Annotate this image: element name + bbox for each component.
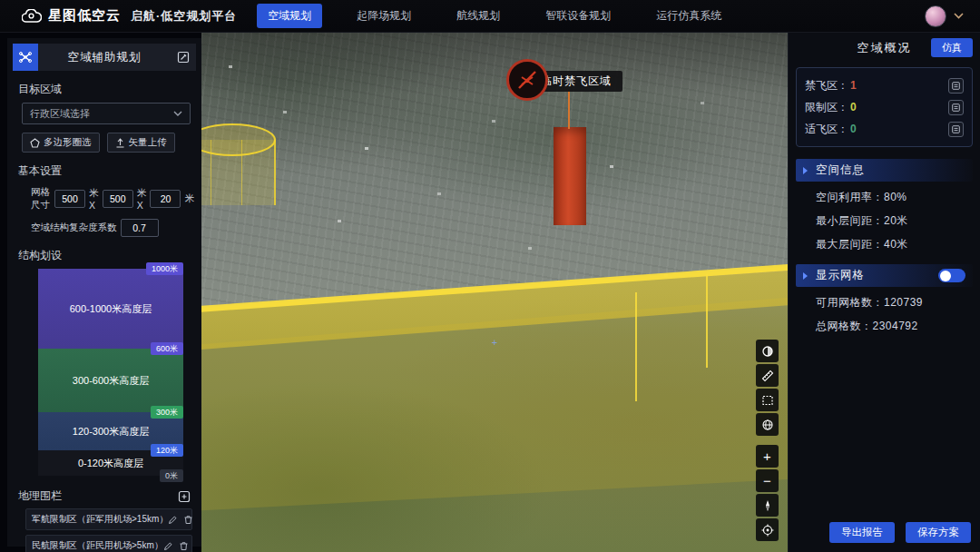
measure-ruler-icon[interactable] bbox=[756, 364, 779, 387]
height-badge: 0米 bbox=[160, 469, 183, 482]
target-area-label: 目标区域 bbox=[18, 82, 191, 97]
delete-icon[interactable] bbox=[179, 541, 189, 551]
zone-label: 适飞区： bbox=[805, 122, 848, 137]
grid-unit: 米 bbox=[184, 192, 194, 205]
grid-unit: 米 X bbox=[137, 187, 147, 211]
export-report-button[interactable]: 导出报告 bbox=[829, 522, 895, 543]
zone-detail-icon[interactable] bbox=[948, 122, 964, 137]
height-badge: 120米 bbox=[151, 444, 183, 457]
selection-buttons: 多边形圈选 矢量上传 bbox=[22, 133, 191, 153]
geofence-header: 地理围栏 bbox=[18, 488, 191, 504]
tab-airspace-planning[interactable]: 空域规划 bbox=[257, 4, 322, 28]
chevron-down-icon[interactable] bbox=[954, 13, 964, 19]
map-center-marker: + bbox=[492, 337, 497, 348]
stat-utilization: 空间利用率：80% bbox=[816, 190, 980, 205]
tab-device-planning[interactable]: 智联设备规划 bbox=[534, 4, 622, 28]
stat-total-grids: 总网格数：2304792 bbox=[816, 319, 980, 334]
section-arrow-icon bbox=[801, 166, 810, 175]
no-drone-icon[interactable] bbox=[506, 59, 548, 101]
space-info-section: 空间信息 bbox=[796, 159, 973, 182]
zone-detail-icon[interactable] bbox=[948, 100, 964, 115]
map-buildings bbox=[229, 65, 232, 68]
section-title: 空间信息 bbox=[816, 163, 865, 178]
map-toolbar: + − bbox=[756, 340, 779, 541]
complexity-input[interactable] bbox=[121, 219, 159, 237]
tab-simulation-system[interactable]: 运行仿真系统 bbox=[645, 4, 732, 28]
chevron-down-icon bbox=[173, 111, 182, 116]
edit-icon[interactable] bbox=[163, 541, 173, 551]
boundary-post bbox=[706, 274, 708, 368]
right-panel: 空域概况 仿真 禁飞区： 1 限制区： 0 适飞区： 0 空间信息 bbox=[788, 33, 980, 552]
zoom-out-button[interactable]: − bbox=[756, 469, 779, 492]
save-plan-button[interactable]: 保存方案 bbox=[906, 522, 971, 543]
region-select[interactable]: 行政区域选择 bbox=[22, 103, 191, 124]
complexity-label: 空域结构复杂度系数 bbox=[31, 222, 117, 234]
delete-icon[interactable] bbox=[183, 515, 193, 525]
restricted-zone-row: 限制区： 0 bbox=[805, 96, 964, 118]
section-title: 显示网格 bbox=[816, 268, 865, 283]
nofly-zone-pillar[interactable] bbox=[554, 127, 586, 225]
edit-plan-icon[interactable] bbox=[171, 51, 196, 64]
brand-block: 星图低空云 启航·低空规划平台 bbox=[0, 7, 250, 25]
polygon-select-button[interactable]: 多边形圈选 bbox=[22, 133, 100, 153]
zone-value: 1 bbox=[850, 79, 857, 92]
grid-size-row: 网格尺寸 米 X 米 X 米 bbox=[31, 186, 194, 212]
show-grid-toggle[interactable] bbox=[938, 269, 965, 282]
complexity-row: 空域结构复杂度系数 bbox=[31, 219, 194, 237]
zone-value: 0 bbox=[850, 101, 857, 113]
zone-label: 禁飞区： bbox=[805, 78, 848, 94]
layer-300-600[interactable]: 300-600米高度层 300米 bbox=[38, 349, 183, 412]
compass-icon[interactable] bbox=[756, 494, 779, 517]
select-area-icon[interactable] bbox=[756, 389, 779, 411]
section-arrow-icon bbox=[801, 271, 810, 281]
app-window: 星图低空云 启航·低空规划平台 空域规划 起降场规划 航线规划 智联设备规划 运… bbox=[0, 0, 980, 552]
geofence-item-military[interactable]: 军航限制区（距军用机场>15km） bbox=[25, 508, 192, 530]
map-3d-viewport[interactable]: 临时禁飞区域 + + − bbox=[201, 33, 788, 552]
stat-min-gap: 最小层间距：20米 bbox=[816, 213, 980, 229]
drone-planner-icon bbox=[13, 44, 38, 71]
zone-label: 限制区： bbox=[805, 100, 848, 115]
geofence-item-civil[interactable]: 民航限制区（距民用机场>5km） bbox=[25, 535, 192, 552]
layer-label: 0-120米高度层 bbox=[78, 457, 143, 470]
avatar[interactable] bbox=[925, 5, 946, 27]
height-badge: 1000米 bbox=[146, 262, 183, 275]
height-badge: 600米 bbox=[151, 342, 183, 355]
zone-detail-icon[interactable] bbox=[948, 78, 964, 94]
brand-subtitle: 启航·低空规划平台 bbox=[131, 8, 237, 25]
grid-width-input[interactable] bbox=[54, 190, 85, 208]
sidebar-header: 空域辅助规划 bbox=[13, 44, 196, 71]
boundary-post bbox=[635, 292, 637, 401]
nav-tabs: 空域规划 起降场规划 航线规划 智联设备规划 运行仿真系统 bbox=[257, 4, 732, 28]
locate-icon[interactable] bbox=[756, 518, 779, 541]
show-grid-section: 显示网格 bbox=[796, 264, 973, 287]
grid-height-input[interactable] bbox=[150, 190, 181, 208]
tab-route-planning[interactable]: 航线规划 bbox=[446, 4, 511, 28]
globe-icon[interactable] bbox=[756, 413, 779, 436]
airspace-overview-header: 空域概况 仿真 bbox=[789, 33, 980, 64]
grid-size-label: 网格尺寸 bbox=[31, 186, 51, 212]
stat-available-grids: 可用网格数：120739 bbox=[816, 295, 980, 310]
layer-label: 300-600米高度层 bbox=[73, 374, 149, 388]
stat-max-gap: 最大层间距：40米 bbox=[816, 237, 980, 252]
tab-vertiport-planning[interactable]: 起降场规划 bbox=[346, 4, 422, 28]
altitude-layers: 1000米 600-1000米高度层 600米 300-600米高度层 300米… bbox=[38, 269, 183, 476]
add-geofence-icon[interactable] bbox=[178, 490, 191, 503]
grid-length-input[interactable] bbox=[103, 190, 133, 208]
layer-600-1000[interactable]: 1000米 600-1000米高度层 600米 bbox=[38, 269, 183, 349]
edit-icon[interactable] bbox=[168, 515, 178, 525]
view-mode-icon[interactable] bbox=[756, 340, 779, 362]
nav-user-area bbox=[925, 5, 980, 27]
geofence-label: 地理围栏 bbox=[18, 488, 178, 504]
polygon-icon bbox=[30, 138, 40, 148]
zoom-in-button[interactable]: + bbox=[756, 445, 779, 468]
layer-label: 600-1000米高度层 bbox=[70, 302, 152, 316]
sidebar-title: 空域辅助规划 bbox=[38, 50, 171, 65]
zone-summary-box: 禁飞区： 1 限制区： 0 适飞区： 0 bbox=[796, 67, 973, 147]
vector-upload-button[interactable]: 矢量上传 bbox=[107, 133, 175, 153]
geofence-item-label: 民航限制区（距民用机场>5km） bbox=[32, 539, 163, 552]
simulate-button[interactable]: 仿真 bbox=[931, 38, 973, 57]
height-badge: 300米 bbox=[151, 406, 183, 419]
nofly-label-connector bbox=[568, 91, 570, 129]
logo-cloud-icon bbox=[22, 9, 42, 24]
top-nav: 星图低空云 启航·低空规划平台 空域规划 起降场规划 航线规划 智联设备规划 运… bbox=[0, 0, 980, 33]
